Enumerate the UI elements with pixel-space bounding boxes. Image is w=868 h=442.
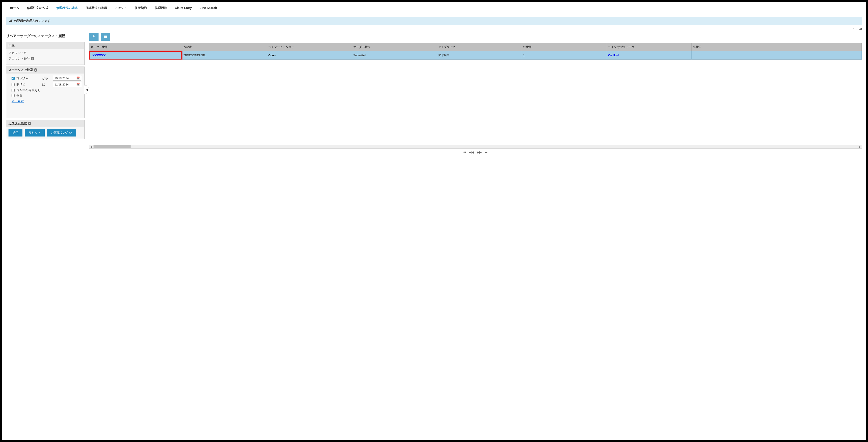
cell-order-no[interactable]: XXXXXXX — [89, 51, 182, 60]
status-panel: ステータスで検索 i 送信済み から 10/18/2024 📅 — [6, 66, 85, 118]
results-table: オーダー番号 作成者 ラインアイテム ステ オーダー状況 ジョブタイプ 行番号 … — [89, 43, 862, 60]
info-icon[interactable]: i — [31, 57, 34, 60]
download-button[interactable] — [89, 33, 98, 41]
svg-rect-1 — [105, 35, 106, 38]
checkbox-cancelled-input[interactable] — [11, 83, 14, 86]
date-to-input[interactable]: 11/18/2024 📅 — [53, 82, 81, 87]
date-to-value: 11/18/2024 — [55, 83, 69, 86]
checkbox-cancelled[interactable]: 取消済 — [11, 83, 42, 87]
notice-button[interactable]: ご留意ください — [47, 129, 76, 137]
tab-home[interactable]: ホーム — [6, 3, 23, 13]
col-creator[interactable]: 作成者 — [182, 43, 267, 51]
svg-rect-0 — [104, 35, 105, 38]
scroll-right-arrow[interactable]: ▶ — [858, 145, 862, 148]
info-icon[interactable]: i — [28, 122, 31, 125]
pager-last[interactable]: ⏭ — [485, 150, 488, 154]
sidebar-collapse-handle[interactable]: ◀ — [84, 85, 89, 94]
status-header-text: ステータスで検索 — [8, 68, 33, 72]
custom-search-panel: カスタム検索 i 送信 リセット ご留意ください — [6, 120, 85, 139]
table-row[interactable]: XXXXXXX ZBREBONDUSR... Open Submitted 保守… — [89, 51, 862, 60]
checkbox-sent-label: 送信済み — [17, 76, 29, 80]
nav-tabs: ホーム 修理注文の作成 修理状況の確認 保証状況の確認 アセット 保守契約 修理… — [6, 3, 862, 13]
custom-search-text: カスタム検索 — [8, 121, 27, 125]
checkbox-pending-quote[interactable]: 保留中の見積もり — [11, 88, 81, 92]
col-line-item-status[interactable]: ラインアイテム ステ — [267, 43, 352, 51]
account-panel: 口座 アカウント名 アカウント番号 i — [6, 42, 85, 65]
checkbox-on-hold-input[interactable] — [11, 94, 14, 97]
tab-create-repair[interactable]: 修理注文の作成 — [23, 3, 52, 13]
date-from-value: 10/18/2024 — [55, 77, 69, 80]
table-empty-area — [89, 60, 862, 145]
cell-line-substatus[interactable]: On Hold — [607, 51, 692, 60]
sidebar-title: リペアーオーダーのステータス・履歴 — [6, 34, 85, 38]
col-order-no[interactable]: オーダー番号 — [89, 43, 182, 51]
svg-rect-2 — [106, 35, 107, 38]
columns-icon — [103, 35, 107, 39]
tab-line-search[interactable]: Line Search — [196, 3, 221, 13]
cell-creator: ZBREBONDUSR... — [182, 51, 267, 60]
checkbox-pending-quote-label: 保留中の見積もり — [17, 88, 41, 92]
reset-button[interactable]: リセット — [25, 129, 45, 137]
checkbox-pending-quote-input[interactable] — [11, 89, 14, 92]
pager-next[interactable]: ▶▶ — [477, 150, 482, 154]
cell-line-no: 1 — [522, 51, 607, 60]
status-panel-header[interactable]: ステータスで検索 i — [6, 67, 84, 73]
page-count: 1 - 3/3 — [6, 25, 862, 33]
pager-prev[interactable]: ◀◀ — [469, 150, 474, 154]
account-number-label: アカウント番号 — [8, 57, 30, 60]
to-label: に — [42, 83, 53, 87]
cell-line-item-status: Open — [267, 51, 352, 60]
submit-button[interactable]: 送信 — [8, 129, 23, 137]
checkbox-sent[interactable]: 送信済み — [11, 76, 42, 80]
filter-sidebar: リペアーオーダーのステータス・履歴 口座 アカウント名 アカウント番号 i ステ… — [6, 33, 85, 156]
checkbox-on-hold-label: 保留 — [17, 93, 23, 97]
tab-contract[interactable]: 保守契約 — [131, 3, 151, 13]
calendar-icon[interactable]: 📅 — [76, 83, 80, 86]
calendar-icon[interactable]: 📅 — [76, 77, 80, 80]
download-icon — [92, 35, 96, 39]
custom-search-header[interactable]: カスタム検索 i — [6, 120, 84, 127]
scroll-left-arrow[interactable]: ◀ — [89, 145, 93, 148]
account-panel-header: 口座 — [6, 42, 84, 49]
pager: ⏮ ◀◀ ▶▶ ⏭ — [89, 149, 862, 156]
cell-job-type: 保守契約 — [437, 51, 522, 60]
col-order-status[interactable]: オーダー状況 — [352, 43, 437, 51]
tab-asset[interactable]: アセット — [111, 3, 131, 13]
cell-ship-date — [692, 51, 862, 60]
table-header-row: オーダー番号 作成者 ラインアイテム ステ オーダー状況 ジョブタイプ 行番号 … — [89, 43, 862, 51]
show-more-link[interactable]: 多く表示 — [6, 97, 24, 103]
horizontal-scrollbar[interactable]: ◀ ▶ — [89, 145, 862, 149]
tab-repair-status[interactable]: 修理状況の確認 — [52, 3, 82, 13]
pager-first[interactable]: ⏮ — [463, 150, 466, 154]
col-job-type[interactable]: ジョブタイプ — [437, 43, 522, 51]
checkbox-sent-input[interactable] — [11, 77, 14, 80]
tab-warranty-status[interactable]: 保証状況の確認 — [82, 3, 111, 13]
col-ship-date[interactable]: 出荷日 — [692, 43, 862, 51]
col-line-substatus[interactable]: ライン サブステータ — [607, 43, 692, 51]
columns-button[interactable] — [101, 33, 110, 41]
checkbox-cancelled-label: 取消済 — [17, 83, 26, 87]
tab-claim-entry[interactable]: Claim Entry — [171, 3, 196, 13]
cell-order-status: Submitted — [352, 51, 437, 60]
col-line-no[interactable]: 行番号 — [522, 43, 607, 51]
info-icon[interactable]: i — [34, 68, 37, 72]
from-label: から — [42, 76, 53, 80]
tab-repair-activity[interactable]: 修理活動 — [151, 3, 171, 13]
account-name-label: アカウント名 — [8, 50, 82, 56]
scroll-thumb[interactable] — [94, 145, 130, 148]
checkbox-on-hold[interactable]: 保留 — [11, 93, 81, 97]
records-info-bar: 3件の記録が表示されています — [6, 17, 862, 25]
date-from-input[interactable]: 10/18/2024 📅 — [53, 76, 81, 81]
